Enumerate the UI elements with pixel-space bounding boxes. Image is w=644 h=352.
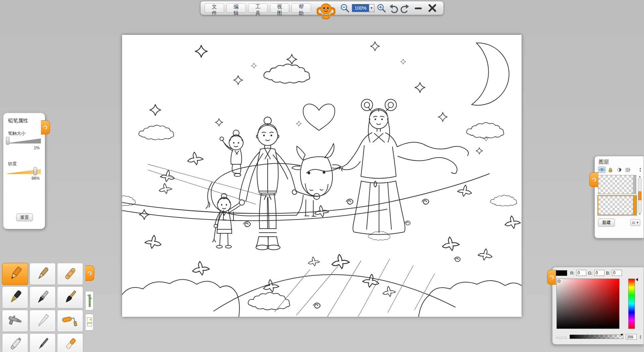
crayon-icon [61, 266, 79, 282]
brush-size-value: 1% [34, 145, 40, 150]
minimize-button[interactable] [413, 3, 423, 13]
layers-panel-collapse-tab[interactable] [589, 172, 598, 187]
g-input[interactable] [594, 270, 604, 276]
heart [303, 104, 335, 130]
tool-pastel-stick[interactable] [57, 333, 83, 352]
tool-dip-pen[interactable] [30, 333, 56, 352]
b-label: B: [606, 271, 610, 276]
alpha-marker[interactable] [621, 334, 623, 336]
alpha-spinner[interactable]: ▲▼ [639, 335, 642, 339]
current-color-swatch[interactable] [556, 270, 567, 276]
color-panel-collapse-tab[interactable] [547, 270, 556, 285]
scroll-thumb[interactable] [638, 191, 641, 200]
zoom-in-button[interactable] [376, 3, 386, 13]
layers-footer: 新建 ▼ [595, 216, 644, 227]
layer-1-grip[interactable] [633, 175, 636, 194]
alpha-input[interactable] [626, 334, 637, 340]
pencil-properties-panel: 铅笔属性 笔触大小 1% 软度 86% 重置 [3, 113, 45, 229]
saturation-value-picker[interactable] [556, 279, 620, 329]
alpha-slider[interactable] [570, 335, 623, 339]
brush-size-handle[interactable] [6, 137, 9, 144]
softness-value: 86% [32, 176, 40, 181]
scroll-track[interactable] [638, 178, 642, 213]
eye-icon [599, 168, 605, 172]
layer-menu-button[interactable] [624, 167, 632, 173]
canvas-artwork [122, 35, 522, 317]
drawing-canvas[interactable] [122, 35, 522, 317]
paint-tube-icon [6, 336, 24, 352]
b-input[interactable] [612, 270, 622, 276]
bamboo-tools-tab[interactable] [85, 291, 94, 310]
layers-scrollbar[interactable]: ▲ ▼ [637, 175, 642, 216]
reset-button[interactable]: 重置 [16, 214, 33, 221]
undo-button[interactable] [388, 3, 398, 13]
redo-button[interactable] [400, 3, 410, 13]
scroll-up-icon[interactable]: ▲ [639, 175, 641, 178]
layer-visibility-button[interactable] [598, 167, 605, 173]
mascot-curl-icon [86, 270, 93, 277]
list-icon [632, 221, 635, 224]
hue-slider[interactable] [628, 279, 635, 329]
layer-row-2[interactable] [598, 196, 636, 215]
tool-reed-pen[interactable] [30, 263, 56, 285]
zoom-level-field[interactable]: 100% ▼ [352, 4, 374, 12]
mascot-curl-icon [42, 124, 49, 131]
scroll-down-icon[interactable]: ▼ [639, 213, 641, 216]
layers-list: ▲ ▼ [595, 175, 644, 216]
tool-palette [2, 263, 83, 352]
tool-paper-stump[interactable] [30, 310, 56, 332]
softness-handle[interactable] [34, 167, 37, 175]
tool-orange-pencil[interactable] [2, 263, 28, 285]
brush-size-slider[interactable] [7, 138, 41, 143]
layers-panel-title: 图层 [595, 156, 644, 166]
zoom-out-button[interactable] [340, 3, 350, 13]
lock-icon [608, 168, 612, 172]
tool-airbrush[interactable] [2, 310, 28, 332]
layer-blend-button[interactable] [615, 167, 623, 173]
close-button[interactable] [427, 3, 437, 13]
pencil-panel-collapse-tab[interactable] [41, 120, 50, 134]
menu-view[interactable]: 视图 [270, 3, 289, 13]
layer-2-grip[interactable] [633, 196, 636, 215]
layer-row-1[interactable] [598, 175, 636, 194]
alpha-label: Alpha [556, 334, 567, 339]
tool-fountain-pen[interactable] [2, 286, 28, 308]
new-layer-button[interactable]: 新建 [598, 219, 615, 227]
tool-ink-brush[interactable] [57, 286, 83, 308]
mascot-icon[interactable] [317, 1, 335, 21]
pencil-panel-title: 铅笔属性 [8, 118, 28, 124]
airbrush-icon [6, 313, 24, 329]
reed-pen-icon [33, 266, 52, 282]
sv-cursor[interactable] [557, 280, 560, 283]
layers-spinner-arrows[interactable]: ▲▼ [639, 167, 642, 173]
paint-roller-icon [61, 313, 79, 329]
gallery-tab[interactable] [85, 314, 94, 331]
ink-brush-icon [61, 289, 79, 305]
tool-paint-roller[interactable] [57, 310, 83, 332]
tool-palette-collapse-tab[interactable] [85, 266, 94, 281]
tool-paintbrush[interactable] [30, 286, 56, 308]
brush-size-label: 笔触大小 [8, 130, 25, 136]
hue-marker[interactable] [636, 278, 638, 281]
contrast-icon [617, 168, 622, 172]
tool-crayon[interactable] [57, 263, 83, 285]
layers-options-button[interactable]: ▼ [630, 219, 640, 226]
tool-paint-tube[interactable] [2, 333, 28, 352]
menu-file[interactable]: 文件 [205, 3, 224, 13]
g-label: G: [588, 271, 593, 276]
menu-help[interactable]: 帮助 [291, 3, 311, 13]
menu-tools[interactable]: 工具 [248, 3, 268, 13]
gallery-thumb-icon [87, 315, 93, 329]
dip-pen-icon [33, 336, 52, 352]
fountain-pen-icon [6, 289, 24, 305]
layer-lock-button[interactable] [607, 167, 614, 173]
orange-pencil-icon [6, 266, 24, 282]
main-toolbar: 文件 编辑 工具 视图 帮助 100% ▼ [200, 1, 444, 15]
color-panel: R: G: B: Alpha ▲▼ [552, 267, 644, 345]
zoom-value: 100% [352, 4, 369, 12]
caret-down-icon: ▼ [636, 221, 639, 224]
r-input[interactable] [576, 270, 586, 276]
zoom-dropdown-caret[interactable]: ▼ [369, 4, 374, 12]
alpha-gradient [570, 335, 623, 339]
menu-edit[interactable]: 编辑 [226, 3, 246, 13]
